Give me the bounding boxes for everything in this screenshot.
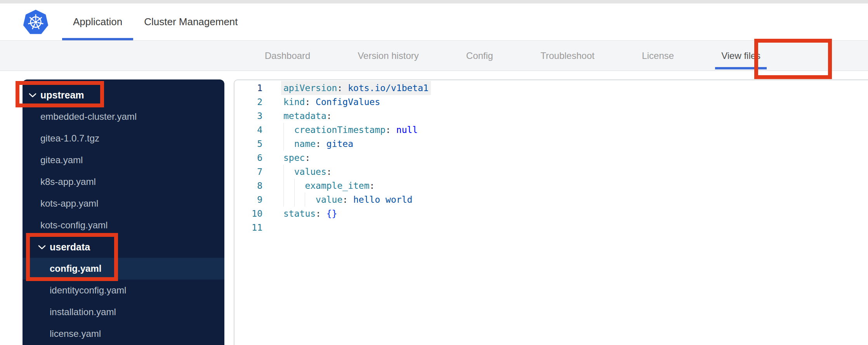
line-number: 6: [234, 151, 268, 165]
kots-admin-console: ApplicationCluster Management DashboardV…: [0, 0, 868, 345]
token-key: value: [316, 195, 342, 205]
code-content: value: hello world: [268, 193, 412, 207]
code-tokens: metadata:: [283, 109, 332, 123]
token-bracket: {}: [326, 209, 337, 219]
code-tokens: creationTimestamp: null: [294, 123, 418, 137]
token-key: status: [283, 209, 316, 219]
token-colon: :: [337, 83, 348, 93]
file-tree-item-identityconfig-yaml[interactable]: identityconfig.yaml: [23, 279, 224, 301]
code-tokens: values:: [294, 165, 332, 179]
line-number: 11: [234, 221, 268, 235]
code-tokens: value: hello world: [316, 193, 412, 207]
file-tree-item-upstream[interactable]: upstream: [23, 84, 224, 106]
code-line-11[interactable]: 11: [234, 221, 868, 235]
line-number: 5: [234, 137, 268, 151]
code-content: kind: ConfigValues: [268, 95, 380, 109]
code-content: [268, 221, 283, 235]
file-label: kots-config.yaml: [40, 220, 108, 231]
subnav-tab-troubleshoot[interactable]: Troubleshoot: [533, 41, 602, 71]
file-tree-sidebar: upstreamembedded-cluster.yamlgitea-1.0.7…: [23, 79, 224, 345]
code-content: values:: [268, 165, 332, 179]
file-tree-item-license-yaml[interactable]: license.yaml: [23, 323, 224, 345]
code-tokens: kind: ConfigValues: [283, 95, 380, 109]
line-number: 3: [234, 109, 268, 123]
indent-guide: [283, 123, 294, 137]
file-label: embedded-cluster.yaml: [40, 111, 137, 122]
token-colon: :: [305, 97, 316, 107]
chevron-down-icon: [38, 245, 46, 250]
file-tree-item-embedded-cluster-yaml[interactable]: embedded-cluster.yaml: [23, 106, 224, 128]
view-files-page: upstreamembedded-cluster.yamlgitea-1.0.7…: [0, 71, 868, 345]
kubernetes-logo: [23, 3, 49, 40]
file-label: identityconfig.yaml: [50, 285, 126, 296]
code-editor[interactable]: 1apiVersion: kots.io/v1beta12kind: Confi…: [234, 79, 868, 345]
subnav-tab-label: Version history: [358, 50, 418, 61]
file-tree-item-kots-config-yaml[interactable]: kots-config.yaml: [23, 214, 224, 236]
token-val: hello world: [353, 195, 412, 205]
token-kw: null: [396, 125, 418, 135]
indent-guide: [283, 137, 294, 151]
token-colon: :: [316, 209, 326, 219]
line-number: 8: [234, 179, 268, 193]
code-line-1[interactable]: 1apiVersion: kots.io/v1beta1: [234, 81, 868, 95]
subnav-tab-label: Config: [466, 50, 493, 61]
code-line-6[interactable]: 6spec:: [234, 151, 868, 165]
app-tab-label: Application: [73, 16, 122, 28]
line-number: 9: [234, 193, 268, 207]
code-tokens: status: {}: [283, 207, 337, 221]
file-tree-item-userdata[interactable]: userdata: [23, 236, 224, 258]
file-label: installation.yaml: [50, 307, 116, 317]
code-content: example_item:: [268, 179, 375, 193]
code-line-8[interactable]: 8example_item:: [234, 179, 868, 193]
code-lines: 1apiVersion: kots.io/v1beta12kind: Confi…: [234, 81, 868, 235]
folder-label: userdata: [50, 242, 90, 253]
subnav-tab-dashboard[interactable]: Dashboard: [257, 41, 318, 71]
folder-label: upstream: [40, 90, 84, 101]
file-tree-item-kots-app-yaml[interactable]: kots-app.yaml: [23, 193, 224, 214]
token-colon: :: [305, 153, 310, 163]
subnav-tab-config[interactable]: Config: [458, 41, 501, 71]
subnav-tab-view-files[interactable]: View files: [713, 41, 768, 71]
line-number: 4: [234, 123, 268, 137]
token-colon: :: [326, 111, 332, 121]
indent-guide: [294, 179, 305, 193]
code-line-7[interactable]: 7values:: [234, 165, 868, 179]
code-line-4[interactable]: 4creationTimestamp: null: [234, 123, 868, 137]
code-line-2[interactable]: 2kind: ConfigValues: [234, 95, 868, 109]
code-content: creationTimestamp: null: [268, 123, 418, 137]
file-label: license.yaml: [50, 328, 101, 339]
subnav-tab-license[interactable]: License: [634, 41, 682, 71]
code-tokens: spec:: [283, 151, 310, 165]
subnav-tab-label: View files: [721, 50, 760, 61]
token-key: metadata: [283, 111, 326, 121]
code-content: name: gitea: [268, 137, 353, 151]
code-tokens: name: gitea: [294, 137, 353, 151]
file-label: config.yaml: [50, 263, 101, 274]
line-number: 2: [234, 95, 268, 109]
code-line-5[interactable]: 5name: gitea: [234, 137, 868, 151]
code-tokens: example_item:: [305, 179, 375, 193]
app-subnav: DashboardVersion historyConfigTroublesho…: [0, 41, 868, 71]
token-colon: :: [385, 125, 396, 135]
subnav-tab-label: Dashboard: [265, 50, 310, 61]
code-line-3[interactable]: 3metadata:: [234, 109, 868, 123]
app-tab-application[interactable]: Application: [62, 3, 133, 40]
indent-guide: [283, 165, 294, 179]
token-key: values: [294, 167, 326, 177]
line-number: 7: [234, 165, 268, 179]
token-key: apiVersion: [283, 83, 337, 93]
subnav-tab-version-history[interactable]: Version history: [350, 41, 426, 71]
token-colon: :: [316, 139, 326, 149]
file-tree-item-k8s-app-yaml[interactable]: k8s-app.yaml: [23, 171, 224, 193]
app-tabs: ApplicationCluster Management: [62, 3, 249, 40]
file-tree-item-gitea-yaml[interactable]: gitea.yaml: [23, 149, 224, 171]
app-tab-cluster-management[interactable]: Cluster Management: [133, 3, 248, 40]
file-label: gitea.yaml: [40, 155, 83, 166]
file-label: kots-app.yaml: [40, 198, 98, 209]
file-tree-item-installation-yaml[interactable]: installation.yaml: [23, 301, 224, 323]
code-line-10[interactable]: 10status: {}: [234, 207, 868, 221]
token-key: example_item: [305, 181, 369, 191]
file-tree-item-config-yaml[interactable]: config.yaml: [23, 258, 224, 279]
code-line-9[interactable]: 9value: hello world: [234, 193, 868, 207]
file-tree-item-gitea-1-0-7-tgz[interactable]: gitea-1.0.7.tgz: [23, 128, 224, 149]
